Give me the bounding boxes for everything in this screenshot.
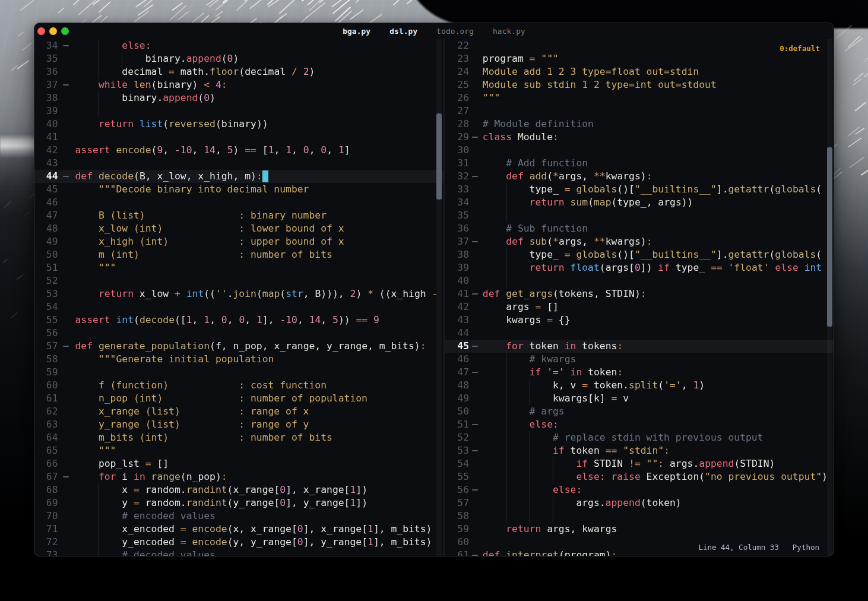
fold-marker[interactable] [63,176,69,177]
line-number[interactable]: 52 [445,431,469,444]
line-number[interactable]: 61 [34,392,58,405]
line-number[interactable]: 60 [445,536,469,549]
line-number[interactable]: 23 [445,52,469,65]
code-line-27[interactable]: 27 [445,105,834,118]
editor-pane-right[interactable]: 2223program = """24Module add 1 2 3 type… [443,39,834,556]
code-line-54[interactable]: 54 [34,300,443,314]
tab-bga.py[interactable]: bga.py [343,23,370,39]
code-line-72[interactable]: 72 y_encoded = encode(y, y_range[0], y_r… [34,536,443,549]
code-line-59[interactable]: 59 [34,366,443,379]
fold-marker[interactable] [472,176,478,177]
line-number[interactable]: 72 [34,536,58,549]
code-line-52[interactable]: 52 # replace stdin with previous output [445,431,834,444]
code-line-60[interactable]: 60 f (function) : cost function [34,379,443,392]
line-number[interactable]: 52 [34,274,58,287]
code-line-51[interactable]: 51 else: [445,418,834,431]
code-line-56[interactable]: 56 else: [445,483,834,496]
line-number[interactable]: 34 [34,39,58,52]
code-line-57[interactable]: 57 args.append(token) [445,496,834,510]
fold-marker[interactable] [472,137,478,138]
code-line-46[interactable]: 46 [34,196,443,209]
code-line-64[interactable]: 64 m_bits (int) : number of bits [34,431,443,444]
line-number[interactable]: 47 [34,209,58,222]
code-line-55[interactable]: 55assert int(decode([1, 1, 0, 0, 1], -10… [34,314,443,327]
line-number[interactable]: 55 [445,470,469,483]
code-line-30[interactable]: 30 [445,144,834,157]
code-line-41[interactable]: 41def get_args(tokens, STDIN): [445,287,834,300]
code-line-36[interactable]: 36 decimal = math.floor(decimal / 2) [34,65,443,78]
fold-marker[interactable] [63,346,69,347]
code-line-50[interactable]: 50 m (int) : number of bits [34,248,443,261]
code-line-42[interactable]: 42 args = [] [445,300,834,314]
line-number[interactable]: 44 [445,327,469,340]
fold-marker[interactable] [472,241,478,242]
fold-marker[interactable] [472,555,478,556]
line-number[interactable]: 39 [445,261,469,274]
line-number[interactable]: 45 [445,340,469,353]
line-number[interactable]: 49 [445,392,469,405]
line-number[interactable]: 65 [34,444,58,457]
code-line-71[interactable]: 71 x_encoded = encode(x, x_range[0], x_r… [34,523,443,536]
line-number[interactable]: 40 [445,274,469,287]
code-line-48[interactable]: 48 x_low (int) : lower bound of x [34,222,443,235]
code-line-28[interactable]: 28# Module definition [445,118,834,131]
line-number[interactable]: 38 [34,91,58,105]
line-number[interactable]: 48 [34,222,58,235]
code-line-66[interactable]: 66 pop_lst = [] [34,457,443,470]
code-line-67[interactable]: 67 for i in range(n_pop): [34,470,443,483]
line-number[interactable]: 54 [34,300,58,314]
code-line-58[interactable]: 58 [445,510,834,523]
line-number[interactable]: 59 [34,366,58,379]
line-number[interactable]: 33 [445,183,469,196]
line-number[interactable]: 57 [445,496,469,510]
code-line-53[interactable]: 53 if token == "stdin": [445,444,834,457]
line-number[interactable]: 37 [34,78,58,91]
code-line-45[interactable]: 45 """Decode binary into decimal number [34,183,443,196]
code-line-35[interactable]: 35 binary.append(0) [34,52,443,65]
code-line-43[interactable]: 43 [34,157,443,170]
code-line-25[interactable]: 25Module sub stdin 1 2 type=int out=stdo… [445,78,834,91]
code-line-37[interactable]: 37 while len(binary) < 4: [34,78,443,91]
line-number[interactable]: 29 [445,131,469,144]
line-number[interactable]: 73 [34,549,58,556]
code-line-22[interactable]: 22 [445,39,834,52]
line-number[interactable]: 46 [34,196,58,209]
code-line-55[interactable]: 55 else: raise Exception("no previous ou… [445,470,834,483]
code-line-44[interactable]: 44def decode(B, x_low, x_high, m): [34,170,443,183]
line-number[interactable]: 48 [445,379,469,392]
code-line-34[interactable]: 34 return sum(map(type_, args)) [445,196,834,209]
code-line-45[interactable]: 45 for token in tokens: [445,340,834,353]
line-number[interactable]: 61 [445,549,469,556]
code-line-70[interactable]: 70 # encoded values [34,510,443,523]
line-number[interactable]: 32 [445,170,469,183]
code-line-58[interactable]: 58 """Generate initial population [34,353,443,366]
line-number[interactable]: 43 [445,314,469,327]
line-number[interactable]: 45 [34,183,58,196]
line-number[interactable]: 24 [445,65,469,78]
code-line-63[interactable]: 63 y_range (list) : range of y [34,418,443,431]
fold-marker[interactable] [63,84,69,86]
fold-marker[interactable] [63,45,69,46]
line-number[interactable]: 36 [34,65,58,78]
fold-marker[interactable] [472,346,478,347]
line-number[interactable]: 66 [34,457,58,470]
fold-marker[interactable] [472,489,478,491]
line-number[interactable]: 56 [445,483,469,496]
line-number[interactable]: 44 [34,170,58,183]
line-number[interactable]: 41 [445,287,469,300]
code-line-48[interactable]: 48 k, v = token.split('=', 1) [445,379,834,392]
line-number[interactable]: 39 [34,105,58,118]
tab-todo.org[interactable]: todo.org [436,23,474,39]
line-number[interactable]: 42 [34,144,58,157]
code-line-37[interactable]: 37 def sub(*args, **kwargs): [445,235,834,248]
code-line-59[interactable]: 59 return args, kwargs [445,523,834,536]
line-number[interactable]: 55 [34,314,58,327]
code-line-31[interactable]: 31 # Add function [445,157,834,170]
code-line-24[interactable]: 24Module add 1 2 3 type=float out=stdin [445,65,834,78]
code-line-38[interactable]: 38 binary.append(0) [34,91,443,105]
line-number[interactable]: 54 [445,457,469,470]
line-number[interactable]: 30 [445,144,469,157]
line-number[interactable]: 58 [34,353,58,366]
line-number[interactable]: 60 [34,379,58,392]
line-number[interactable]: 64 [34,431,58,444]
